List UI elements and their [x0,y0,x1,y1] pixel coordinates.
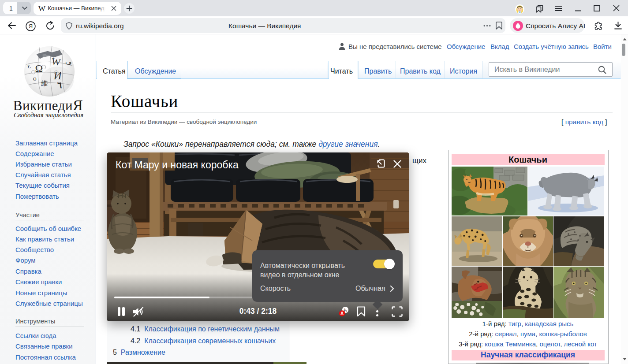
svg-text:維: 維 [41,80,48,87]
svg-text:Ө: Ө [33,76,37,82]
svg-text:И: И [53,70,62,82]
svg-text:٦: ٦ [57,80,62,90]
svg-text:A: A [340,311,344,316]
svg-text:Ω: Ω [35,63,43,74]
svg-text:Я: Я [29,23,33,30]
